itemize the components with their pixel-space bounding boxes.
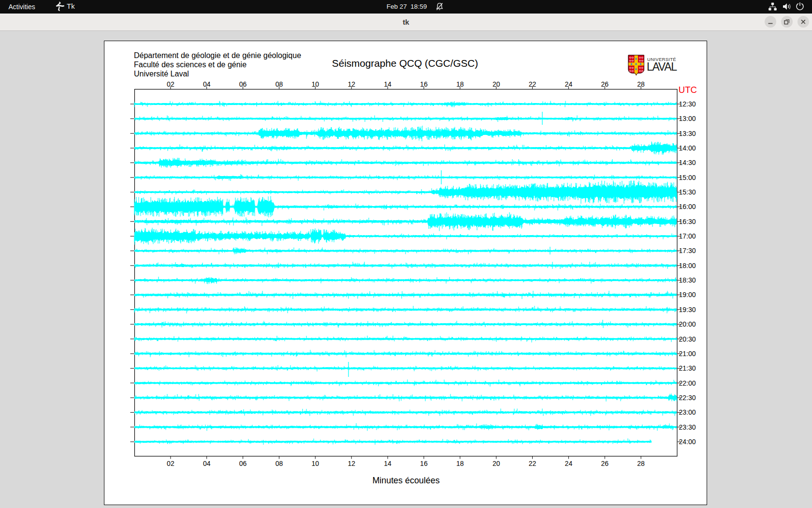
svg-text:12: 12 xyxy=(348,460,355,467)
svg-text:10: 10 xyxy=(312,460,319,467)
svg-text:23:00: 23:00 xyxy=(679,408,696,416)
svg-text:17:00: 17:00 xyxy=(679,232,696,240)
svg-text:06: 06 xyxy=(239,460,247,467)
svg-text:24:00: 24:00 xyxy=(679,438,696,446)
svg-text:21:30: 21:30 xyxy=(679,364,696,372)
svg-text:26: 26 xyxy=(601,460,609,467)
svg-text:17:30: 17:30 xyxy=(679,247,696,254)
svg-text:Université Laval: Université Laval xyxy=(134,70,189,78)
svg-text:13:30: 13:30 xyxy=(679,130,696,137)
svg-text:18: 18 xyxy=(456,460,464,467)
svg-text:13:00: 13:00 xyxy=(679,115,696,122)
svg-text:23:30: 23:30 xyxy=(679,423,696,431)
svg-text:18:00: 18:00 xyxy=(679,262,696,269)
svg-text:20:00: 20:00 xyxy=(679,320,696,328)
svg-text:12:30: 12:30 xyxy=(679,100,696,108)
svg-text:22: 22 xyxy=(529,460,536,467)
svg-text:18:30: 18:30 xyxy=(679,276,696,284)
svg-text:Minutes écoulées: Minutes écoulées xyxy=(372,476,439,485)
svg-text:15:30: 15:30 xyxy=(679,188,696,196)
svg-text:19:00: 19:00 xyxy=(679,291,696,299)
svg-text:Département de géologie et de: Département de géologie et de génie géol… xyxy=(134,51,301,60)
svg-text:19:30: 19:30 xyxy=(679,306,696,314)
svg-text:24: 24 xyxy=(565,460,573,467)
svg-text:20: 20 xyxy=(493,460,500,467)
svg-text:21:00: 21:00 xyxy=(679,350,696,358)
svg-text:Faculté des sciences et de gén: Faculté des sciences et de génie xyxy=(134,60,246,69)
svg-text:UTC: UTC xyxy=(679,85,697,95)
svg-text:14:00: 14:00 xyxy=(679,144,696,152)
svg-text:16: 16 xyxy=(420,460,428,467)
svg-text:15:00: 15:00 xyxy=(679,174,696,181)
svg-text:02: 02 xyxy=(167,460,174,467)
svg-text:14:30: 14:30 xyxy=(679,159,696,166)
svg-text:16:30: 16:30 xyxy=(679,218,696,225)
svg-text:14: 14 xyxy=(384,460,392,467)
svg-text:20:30: 20:30 xyxy=(679,335,696,343)
svg-text:28: 28 xyxy=(637,460,645,467)
svg-text:Séismographe QCQ (CGC/GSC): Séismographe QCQ (CGC/GSC) xyxy=(332,58,478,69)
svg-text:22:00: 22:00 xyxy=(679,379,696,387)
svg-text:LAVAL: LAVAL xyxy=(647,60,677,73)
svg-text:16:00: 16:00 xyxy=(679,203,696,210)
svg-text:08: 08 xyxy=(276,460,283,467)
svg-text:22:30: 22:30 xyxy=(679,394,696,402)
svg-text:04: 04 xyxy=(203,460,211,467)
